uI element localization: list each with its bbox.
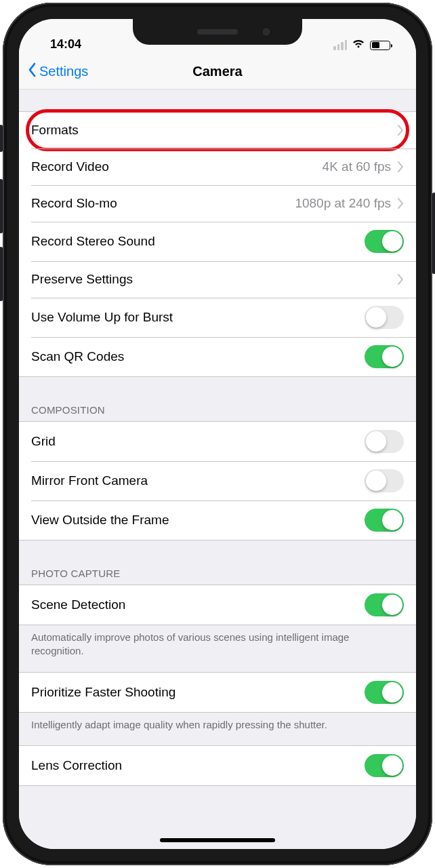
row-detail: 4K at 60 fps bbox=[323, 159, 391, 174]
settings-group-photo-capture: PHOTO CAPTURE Scene Detection Automatica… bbox=[19, 562, 416, 786]
row-label: Preserve Settings bbox=[31, 272, 398, 287]
row-label: Use Volume Up for Burst bbox=[31, 310, 365, 325]
scan-qr-toggle[interactable] bbox=[365, 345, 404, 368]
mirror-front-row: Mirror Front Camera bbox=[19, 461, 416, 500]
row-label: Prioritize Faster Shooting bbox=[31, 685, 365, 700]
row-label: Scan QR Codes bbox=[31, 349, 365, 364]
lens-correction-toggle[interactable] bbox=[365, 754, 404, 777]
back-label: Settings bbox=[39, 64, 88, 79]
wifi-icon bbox=[352, 39, 365, 52]
record-video-row[interactable]: Record Video 4K at 60 fps bbox=[19, 149, 416, 185]
notch bbox=[133, 19, 302, 45]
row-label: View Outside the Frame bbox=[31, 513, 365, 528]
faster-shooting-toggle[interactable] bbox=[365, 681, 404, 704]
speaker-grille bbox=[197, 29, 238, 35]
stereo-sound-row: Record Stereo Sound bbox=[19, 222, 416, 261]
front-camera bbox=[262, 27, 271, 37]
volume-up-button bbox=[0, 179, 3, 233]
mute-switch bbox=[0, 125, 3, 152]
stereo-sound-toggle[interactable] bbox=[365, 230, 404, 253]
formats-row[interactable]: Formats bbox=[19, 112, 416, 149]
chevron-right-icon bbox=[398, 161, 404, 172]
settings-group-main: Formats Record Video 4K at 60 fps Reco bbox=[19, 111, 416, 377]
group-header: PHOTO CAPTURE bbox=[19, 562, 416, 585]
battery-icon bbox=[370, 41, 390, 50]
cellular-signal-icon bbox=[333, 40, 347, 50]
home-indicator[interactable] bbox=[160, 838, 275, 842]
back-button[interactable]: Settings bbox=[27, 62, 88, 81]
row-label: Scene Detection bbox=[31, 597, 365, 612]
iphone-device-frame: 14:04 Settings Camera bbox=[3, 3, 432, 865]
row-label: Mirror Front Camera bbox=[31, 473, 365, 488]
group-footer: Intelligently adapt image quality when r… bbox=[19, 713, 416, 732]
side-button bbox=[432, 193, 435, 274]
chevron-right-icon bbox=[398, 125, 404, 136]
scene-detection-row: Scene Detection bbox=[19, 585, 416, 625]
status-icons bbox=[333, 39, 397, 52]
grid-row: Grid bbox=[19, 422, 416, 461]
lens-correction-row: Lens Correction bbox=[19, 746, 416, 785]
row-label: Record Stereo Sound bbox=[31, 234, 365, 249]
row-label: Formats bbox=[31, 123, 398, 138]
navigation-bar: Settings Camera bbox=[19, 54, 416, 90]
group-footer: Automatically improve photos of various … bbox=[19, 625, 416, 658]
row-label: Grid bbox=[31, 434, 365, 449]
settings-group-composition: COMPOSITION Grid Mirror Front Camera Vie… bbox=[19, 399, 416, 540]
mirror-front-toggle[interactable] bbox=[365, 469, 404, 492]
scene-detection-toggle[interactable] bbox=[365, 593, 404, 616]
volume-down-button bbox=[0, 247, 3, 301]
view-outside-toggle[interactable] bbox=[365, 509, 404, 532]
volume-burst-row: Use Volume Up for Burst bbox=[19, 298, 416, 337]
row-label: Lens Correction bbox=[31, 758, 365, 773]
faster-shooting-row: Prioritize Faster Shooting bbox=[19, 673, 416, 712]
group-header: COMPOSITION bbox=[19, 399, 416, 421]
volume-burst-toggle[interactable] bbox=[365, 306, 404, 329]
view-outside-row: View Outside the Frame bbox=[19, 500, 416, 540]
chevron-left-icon bbox=[27, 62, 37, 81]
grid-toggle[interactable] bbox=[365, 430, 404, 453]
content-scrollview[interactable]: Formats Record Video 4K at 60 fps Reco bbox=[19, 90, 416, 849]
scan-qr-row: Scan QR Codes bbox=[19, 337, 416, 376]
chevron-right-icon bbox=[398, 198, 404, 209]
record-slomo-row[interactable]: Record Slo-mo 1080p at 240 fps bbox=[19, 185, 416, 222]
status-time: 14:04 bbox=[38, 37, 81, 52]
row-label: Record Video bbox=[31, 159, 323, 174]
preserve-settings-row[interactable]: Preserve Settings bbox=[19, 261, 416, 298]
chevron-right-icon bbox=[398, 274, 404, 285]
row-detail: 1080p at 240 fps bbox=[295, 196, 391, 211]
screen: 14:04 Settings Camera bbox=[19, 19, 416, 849]
row-label: Record Slo-mo bbox=[31, 196, 295, 211]
